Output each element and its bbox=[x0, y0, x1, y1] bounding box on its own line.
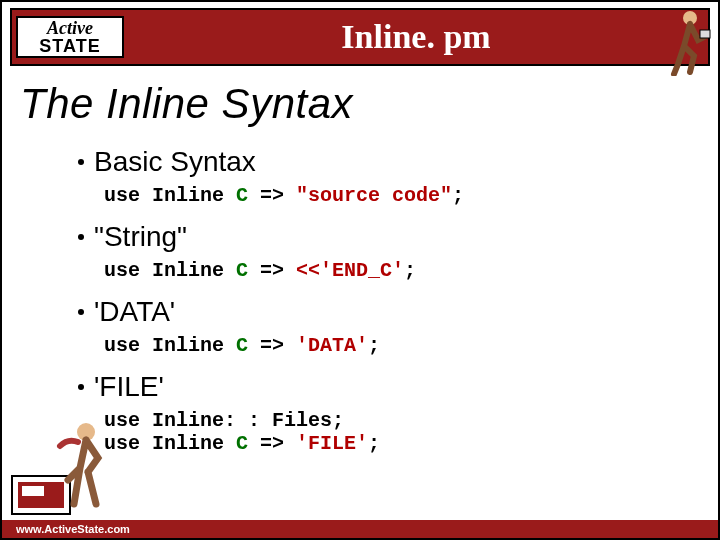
code-line: use Inline C => "source code"; bbox=[104, 184, 708, 207]
logo-line-active: Active bbox=[47, 19, 93, 37]
bullet-dot-icon bbox=[78, 234, 84, 240]
list-item: "String" use Inline C => <<'END_C'; bbox=[78, 221, 708, 282]
code-line: use Inline C => <<'END_C'; bbox=[104, 259, 708, 282]
svg-rect-4 bbox=[22, 486, 44, 496]
code-line: use Inline C => 'DATA'; bbox=[104, 334, 708, 357]
slide-body: The Inline Syntax Basic Syntax use Inlin… bbox=[2, 66, 718, 455]
svg-rect-1 bbox=[700, 30, 710, 38]
bullet-label: 'FILE' bbox=[94, 371, 164, 403]
bullet-label: Basic Syntax bbox=[94, 146, 256, 178]
activestate-logo: Active STATE bbox=[16, 16, 124, 58]
bullet-dot-icon bbox=[78, 159, 84, 165]
title-bar: Active STATE Inline. pm bbox=[10, 8, 710, 66]
code-line: use Inline: : Files; use Inline C => 'FI… bbox=[104, 409, 708, 455]
bullet-dot-icon bbox=[78, 384, 84, 390]
bullet-list: Basic Syntax use Inline C => "source cod… bbox=[78, 146, 708, 455]
footer-bar: www.ActiveState.com bbox=[2, 520, 718, 538]
list-item: 'FILE' use Inline: : Files; use Inline C… bbox=[78, 371, 708, 455]
slide-heading: The Inline Syntax bbox=[20, 80, 708, 128]
runner-figure-icon bbox=[660, 6, 714, 76]
list-item: Basic Syntax use Inline C => "source cod… bbox=[78, 146, 708, 207]
bullet-dot-icon bbox=[78, 309, 84, 315]
slide: Active STATE Inline. pm The Inline Synta… bbox=[0, 0, 720, 540]
list-item: 'DATA' use Inline C => 'DATA'; bbox=[78, 296, 708, 357]
bullet-label: 'DATA' bbox=[94, 296, 175, 328]
worker-figure-icon bbox=[8, 408, 118, 518]
bullet-label: "String" bbox=[94, 221, 187, 253]
logo-line-state: STATE bbox=[39, 37, 100, 55]
slide-title: Inline. pm bbox=[124, 18, 708, 56]
footer-url: www.ActiveState.com bbox=[16, 523, 130, 535]
